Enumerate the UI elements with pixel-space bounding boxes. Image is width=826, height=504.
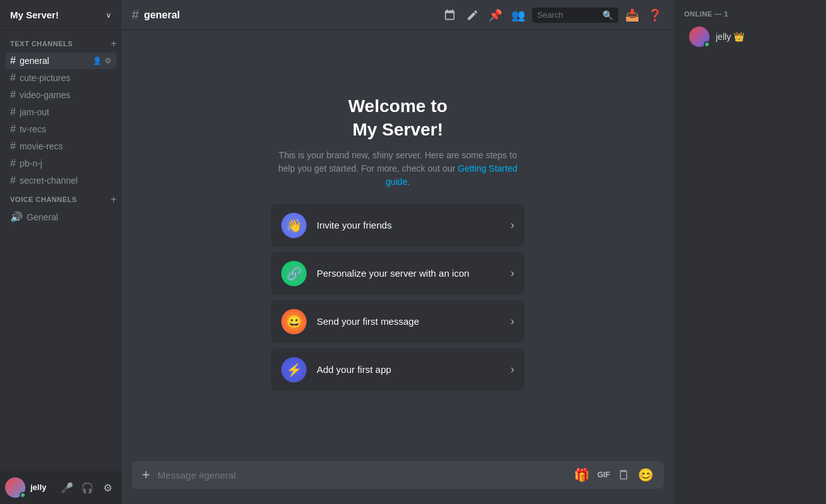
deafen-button[interactable]: 🎧 <box>79 479 96 496</box>
add-member-icon[interactable]: 👤 <box>92 56 102 65</box>
welcome-subtitle: This is your brand new, shiny server. He… <box>271 149 524 189</box>
channel-name-pb-n-j: pb-n-j <box>20 158 111 168</box>
voice-channels-header[interactable]: VOICE CHANNELS + <box>0 191 122 208</box>
message-input-actions: 🎁 GIF 🗒 😊 <box>574 467 654 482</box>
user-status-dot <box>20 492 26 498</box>
message-label: Send your first message <box>317 316 511 327</box>
app-icon: ⚡ <box>281 357 307 382</box>
add-text-channel-icon[interactable]: + <box>111 38 117 49</box>
pin-button[interactable]: 📌 <box>486 6 504 24</box>
channel-item-pb-n-j[interactable]: # pb-n-j <box>5 155 117 172</box>
action-card-message[interactable]: 😀 Send your first message › <box>271 300 524 343</box>
emoji-button[interactable]: 😊 <box>638 467 654 482</box>
settings-icon[interactable]: ⚙ <box>105 56 111 65</box>
personalize-icon: 🔗 <box>281 261 307 286</box>
user-info: jelly <box>30 482 58 493</box>
channels-list: TEXT CHANNELS + # general 👤 ⚙ # cute-pic… <box>0 30 122 471</box>
app-chevron-icon: › <box>511 363 514 376</box>
channel-item-movie-recs[interactable]: # movie-recs <box>5 138 117 154</box>
welcome-title-line1: Welcome to <box>348 96 448 116</box>
top-bar-actions: 📌 👥 Search 🔍 📥 ❓ <box>441 6 664 24</box>
voice-channel-item-general[interactable]: 🔊 General <box>5 208 117 225</box>
hashtag-icon: # <box>10 123 16 135</box>
channel-name-general: general <box>20 56 92 66</box>
welcome-title-line2: My Server! <box>352 120 443 139</box>
text-channels-section: TEXT CHANNELS + # general 👤 ⚙ # cute-pic… <box>0 35 122 189</box>
top-bar: # general 📌 👥 Search 🔍 📥 ❓ <box>122 0 674 30</box>
server-chevron-icon: ∨ <box>106 11 111 20</box>
member-item-jelly[interactable]: jelly 👑 <box>679 23 821 51</box>
hashtag-icon: # <box>10 89 16 101</box>
member-name-jelly: jelly <box>716 32 731 42</box>
hashtag-icon: # <box>10 106 16 118</box>
search-bar[interactable]: Search 🔍 <box>532 8 618 23</box>
member-avatar-jelly <box>689 27 709 47</box>
add-friend-button[interactable] <box>441 6 459 24</box>
sticker-button[interactable]: 🗒 <box>618 468 630 482</box>
channel-item-general[interactable]: # general 👤 ⚙ <box>5 53 117 69</box>
server-header[interactable]: My Server! ∨ <box>0 0 122 30</box>
channel-name-video-games: video-games <box>20 90 111 100</box>
hashtag-icon: # <box>10 55 16 66</box>
invite-label: Invite your friends <box>317 220 511 230</box>
hashtag-icon: # <box>10 141 16 152</box>
search-placeholder: Search <box>537 10 602 20</box>
members-button[interactable]: 👥 <box>509 6 527 24</box>
channel-item-tv-recs[interactable]: # tv-recs <box>5 121 117 137</box>
action-card-personalize[interactable]: 🔗 Personalize your server with an icon › <box>271 252 524 295</box>
online-section-title: ONLINE — 1 <box>674 0 826 23</box>
channel-name-jam-out: jam-out <box>20 107 111 117</box>
member-badge-jelly: 👑 <box>734 32 744 42</box>
voice-channels-label: VOICE CHANNELS <box>10 196 77 203</box>
member-name-container-jelly: jelly 👑 <box>716 32 744 42</box>
user-name: jelly <box>30 482 58 493</box>
invite-icon: 👋 <box>281 213 307 238</box>
app-label: Add your first app <box>317 364 511 375</box>
right-panel: ONLINE — 1 jelly 👑 <box>674 0 826 504</box>
text-channels-header[interactable]: TEXT CHANNELS + <box>0 35 122 52</box>
chat-area: Welcome to My Server! This is your brand… <box>122 30 674 461</box>
channel-item-jam-out[interactable]: # jam-out <box>5 104 117 120</box>
channel-item-secret-channel[interactable]: # secret-channel <box>5 172 117 189</box>
channel-action-icons: 👤 ⚙ <box>92 56 111 65</box>
action-card-invite[interactable]: 👋 Invite your friends › <box>271 204 524 247</box>
voice-channels-section: VOICE CHANNELS + 🔊 General <box>0 191 122 225</box>
add-voice-channel-icon[interactable]: + <box>111 194 117 205</box>
voice-channel-name-general: General <box>27 212 111 222</box>
channel-item-video-games[interactable]: # video-games <box>5 87 117 103</box>
hashtag-icon: # <box>10 72 16 84</box>
channel-name-secret-channel: secret-channel <box>20 175 111 186</box>
message-input[interactable] <box>158 470 574 481</box>
hashtag-icon: # <box>10 158 16 169</box>
gif-button[interactable]: GIF <box>597 470 610 479</box>
voice-channel-icon: 🔊 <box>10 211 23 223</box>
server-name: My Server! <box>10 9 59 20</box>
action-card-app[interactable]: ⚡ Add your first app › <box>271 348 524 391</box>
channel-name-tv-recs: tv-recs <box>20 124 111 134</box>
user-controls: 🎤 🎧 ⚙ <box>58 479 117 496</box>
message-input-area: + 🎁 GIF 🗒 😊 <box>122 461 674 504</box>
message-input-container: + 🎁 GIF 🗒 😊 <box>132 461 664 489</box>
user-avatar-container <box>5 477 25 498</box>
help-button[interactable]: ❓ <box>646 6 664 24</box>
inbox-button[interactable]: 📥 <box>623 6 641 24</box>
welcome-container: Welcome to My Server! This is your brand… <box>258 82 537 409</box>
channel-item-cute-pictures[interactable]: # cute-pictures <box>5 70 117 86</box>
edit-button[interactable] <box>464 6 481 24</box>
search-icon: 🔍 <box>602 10 613 20</box>
personalize-chevron-icon: › <box>511 267 514 280</box>
message-chevron-icon: › <box>511 315 514 328</box>
channel-header-hashtag-icon: # <box>132 8 139 22</box>
gift-icon[interactable]: 🎁 <box>574 467 590 482</box>
channel-header-name: general <box>144 9 180 21</box>
attach-button[interactable]: + <box>142 467 150 483</box>
channel-sidebar: My Server! ∨ TEXT CHANNELS + # general 👤… <box>0 0 122 504</box>
main-content: # general 📌 👥 Search 🔍 📥 ❓ Welcome to M <box>122 0 674 504</box>
personalize-label: Personalize your server with an icon <box>317 268 511 279</box>
message-icon: 😀 <box>281 309 307 334</box>
welcome-title: Welcome to My Server! <box>271 95 524 141</box>
user-area: jelly 🎤 🎧 ⚙ <box>0 471 122 504</box>
user-settings-button[interactable]: ⚙ <box>99 479 117 496</box>
mute-button[interactable]: 🎤 <box>58 479 76 496</box>
member-status-dot-jelly <box>704 41 710 47</box>
